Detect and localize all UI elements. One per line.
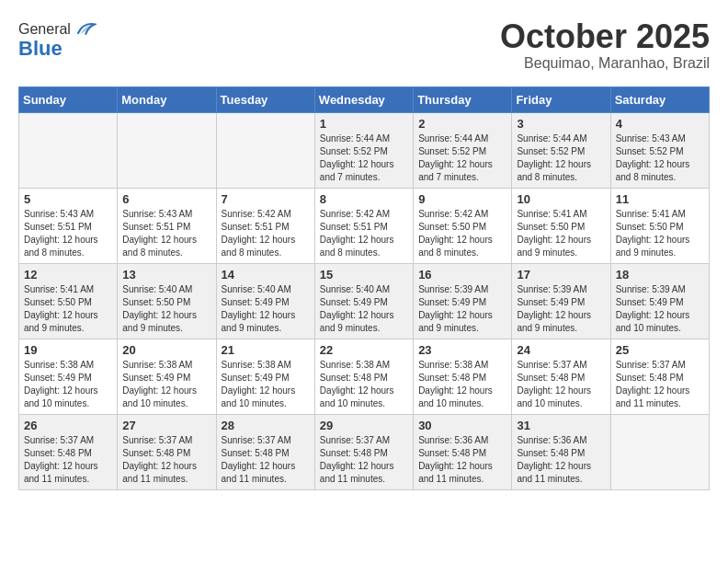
- calendar-table: SundayMondayTuesdayWednesdayThursdayFrid…: [18, 86, 710, 490]
- calendar-week-row: 1Sunrise: 5:44 AMSunset: 5:52 PMDaylight…: [19, 112, 710, 188]
- calendar-cell: 28Sunrise: 5:37 AMSunset: 5:48 PMDayligh…: [216, 414, 314, 489]
- cell-info: Sunrise: 5:36 AMSunset: 5:48 PMDaylight:…: [418, 434, 506, 486]
- cell-info: Sunrise: 5:39 AMSunset: 5:49 PMDaylight:…: [517, 283, 605, 335]
- calendar-cell: 7Sunrise: 5:42 AMSunset: 5:51 PMDaylight…: [216, 188, 314, 263]
- calendar-cell: [118, 112, 216, 188]
- day-number: 10: [517, 192, 605, 206]
- calendar-cell: 31Sunrise: 5:36 AMSunset: 5:48 PMDayligh…: [512, 414, 610, 489]
- calendar-cell: 23Sunrise: 5:38 AMSunset: 5:48 PMDayligh…: [414, 339, 512, 414]
- weekday-header: Sunday: [19, 86, 118, 112]
- calendar-cell: 10Sunrise: 5:41 AMSunset: 5:50 PMDayligh…: [512, 188, 610, 263]
- weekday-header: Monday: [118, 86, 216, 112]
- calendar-cell: 19Sunrise: 5:38 AMSunset: 5:49 PMDayligh…: [19, 339, 118, 414]
- day-number: 12: [24, 268, 112, 282]
- day-number: 4: [616, 117, 704, 131]
- day-number: 6: [122, 192, 210, 206]
- cell-info: Sunrise: 5:37 AMSunset: 5:48 PMDaylight:…: [517, 359, 605, 410]
- cell-info: Sunrise: 5:43 AMSunset: 5:52 PMDaylight:…: [616, 132, 704, 184]
- day-number: 30: [418, 419, 506, 432]
- logo: General Blue: [18, 18, 97, 61]
- weekday-header: Wednesday: [314, 86, 413, 112]
- day-number: 22: [320, 343, 408, 357]
- day-number: 8: [320, 192, 408, 206]
- cell-info: Sunrise: 5:42 AMSunset: 5:51 PMDaylight:…: [320, 208, 408, 259]
- day-number: 28: [222, 419, 310, 432]
- day-number: 24: [517, 343, 605, 357]
- title-area: October 2025 Bequimao, Maranhao, Brazil: [500, 18, 710, 72]
- calendar-cell: 25Sunrise: 5:37 AMSunset: 5:48 PMDayligh…: [610, 339, 709, 414]
- calendar-cell: 24Sunrise: 5:37 AMSunset: 5:48 PMDayligh…: [512, 339, 610, 414]
- calendar-week-row: 19Sunrise: 5:38 AMSunset: 5:49 PMDayligh…: [19, 339, 710, 414]
- day-number: 19: [24, 343, 112, 357]
- cell-info: Sunrise: 5:38 AMSunset: 5:48 PMDaylight:…: [418, 359, 506, 410]
- calendar-cell: 4Sunrise: 5:43 AMSunset: 5:52 PMDaylight…: [610, 112, 709, 188]
- location: Bequimao, Maranhao, Brazil: [500, 55, 710, 72]
- weekday-header: Friday: [512, 86, 610, 112]
- calendar-cell: [19, 112, 118, 188]
- day-number: 27: [122, 419, 210, 432]
- cell-info: Sunrise: 5:39 AMSunset: 5:49 PMDaylight:…: [616, 283, 704, 335]
- day-number: 17: [517, 268, 605, 282]
- logo-bird-icon: [74, 18, 97, 40]
- calendar-cell: 21Sunrise: 5:38 AMSunset: 5:49 PMDayligh…: [216, 339, 314, 414]
- calendar-cell: 16Sunrise: 5:39 AMSunset: 5:49 PMDayligh…: [414, 263, 512, 339]
- calendar-cell: 1Sunrise: 5:44 AMSunset: 5:52 PMDaylight…: [314, 112, 413, 188]
- day-number: 11: [616, 192, 704, 206]
- cell-info: Sunrise: 5:41 AMSunset: 5:50 PMDaylight:…: [517, 208, 605, 259]
- cell-info: Sunrise: 5:40 AMSunset: 5:50 PMDaylight:…: [122, 283, 210, 335]
- page-header: General Blue October 2025 Bequimao, Mara…: [18, 18, 710, 72]
- calendar-cell: [610, 414, 709, 489]
- day-number: 23: [418, 343, 506, 357]
- weekday-header: Thursday: [414, 86, 512, 112]
- calendar-cell: 3Sunrise: 5:44 AMSunset: 5:52 PMDaylight…: [512, 112, 610, 188]
- cell-info: Sunrise: 5:37 AMSunset: 5:48 PMDaylight:…: [222, 434, 310, 486]
- calendar-cell: 12Sunrise: 5:41 AMSunset: 5:50 PMDayligh…: [19, 263, 118, 339]
- calendar-header-row: SundayMondayTuesdayWednesdayThursdayFrid…: [19, 86, 710, 112]
- cell-info: Sunrise: 5:40 AMSunset: 5:49 PMDaylight:…: [222, 283, 310, 335]
- logo-general-text: General: [18, 21, 71, 38]
- calendar-cell: 26Sunrise: 5:37 AMSunset: 5:48 PMDayligh…: [19, 414, 118, 489]
- month-title: October 2025: [500, 18, 710, 55]
- calendar-cell: 13Sunrise: 5:40 AMSunset: 5:50 PMDayligh…: [118, 263, 216, 339]
- cell-info: Sunrise: 5:36 AMSunset: 5:48 PMDaylight:…: [517, 434, 605, 486]
- calendar-cell: 11Sunrise: 5:41 AMSunset: 5:50 PMDayligh…: [610, 188, 709, 263]
- calendar-cell: 18Sunrise: 5:39 AMSunset: 5:49 PMDayligh…: [610, 263, 709, 339]
- day-number: 25: [616, 343, 704, 357]
- day-number: 1: [320, 117, 408, 131]
- calendar-cell: 5Sunrise: 5:43 AMSunset: 5:51 PMDaylight…: [19, 188, 118, 263]
- calendar-cell: 8Sunrise: 5:42 AMSunset: 5:51 PMDaylight…: [314, 188, 413, 263]
- calendar-cell: 15Sunrise: 5:40 AMSunset: 5:49 PMDayligh…: [314, 263, 413, 339]
- cell-info: Sunrise: 5:37 AMSunset: 5:48 PMDaylight:…: [616, 359, 704, 410]
- calendar-cell: 2Sunrise: 5:44 AMSunset: 5:52 PMDaylight…: [414, 112, 512, 188]
- cell-info: Sunrise: 5:37 AMSunset: 5:48 PMDaylight:…: [320, 434, 408, 486]
- cell-info: Sunrise: 5:43 AMSunset: 5:51 PMDaylight:…: [122, 208, 210, 259]
- cell-info: Sunrise: 5:37 AMSunset: 5:48 PMDaylight:…: [24, 434, 112, 486]
- calendar-cell: 29Sunrise: 5:37 AMSunset: 5:48 PMDayligh…: [314, 414, 413, 489]
- day-number: 29: [320, 419, 408, 432]
- cell-info: Sunrise: 5:41 AMSunset: 5:50 PMDaylight:…: [24, 283, 112, 335]
- calendar-week-row: 12Sunrise: 5:41 AMSunset: 5:50 PMDayligh…: [19, 263, 710, 339]
- cell-info: Sunrise: 5:44 AMSunset: 5:52 PMDaylight:…: [320, 132, 408, 184]
- cell-info: Sunrise: 5:43 AMSunset: 5:51 PMDaylight:…: [24, 208, 112, 259]
- day-number: 31: [517, 419, 605, 432]
- day-number: 13: [122, 268, 210, 282]
- calendar-week-row: 5Sunrise: 5:43 AMSunset: 5:51 PMDaylight…: [19, 188, 710, 263]
- day-number: 3: [517, 117, 605, 131]
- day-number: 21: [222, 343, 310, 357]
- calendar-cell: 20Sunrise: 5:38 AMSunset: 5:49 PMDayligh…: [118, 339, 216, 414]
- day-number: 26: [24, 419, 112, 432]
- calendar-week-row: 26Sunrise: 5:37 AMSunset: 5:48 PMDayligh…: [19, 414, 710, 489]
- calendar-cell: 17Sunrise: 5:39 AMSunset: 5:49 PMDayligh…: [512, 263, 610, 339]
- calendar-cell: 30Sunrise: 5:36 AMSunset: 5:48 PMDayligh…: [414, 414, 512, 489]
- calendar-cell: 14Sunrise: 5:40 AMSunset: 5:49 PMDayligh…: [216, 263, 314, 339]
- day-number: 9: [418, 192, 506, 206]
- calendar-cell: 22Sunrise: 5:38 AMSunset: 5:48 PMDayligh…: [314, 339, 413, 414]
- day-number: 7: [222, 192, 310, 206]
- day-number: 14: [222, 268, 310, 282]
- cell-info: Sunrise: 5:39 AMSunset: 5:49 PMDaylight:…: [418, 283, 506, 335]
- calendar-cell: 6Sunrise: 5:43 AMSunset: 5:51 PMDaylight…: [118, 188, 216, 263]
- cell-info: Sunrise: 5:38 AMSunset: 5:49 PMDaylight:…: [24, 359, 112, 410]
- calendar-cell: 9Sunrise: 5:42 AMSunset: 5:50 PMDaylight…: [414, 188, 512, 263]
- day-number: 15: [320, 268, 408, 282]
- cell-info: Sunrise: 5:40 AMSunset: 5:49 PMDaylight:…: [320, 283, 408, 335]
